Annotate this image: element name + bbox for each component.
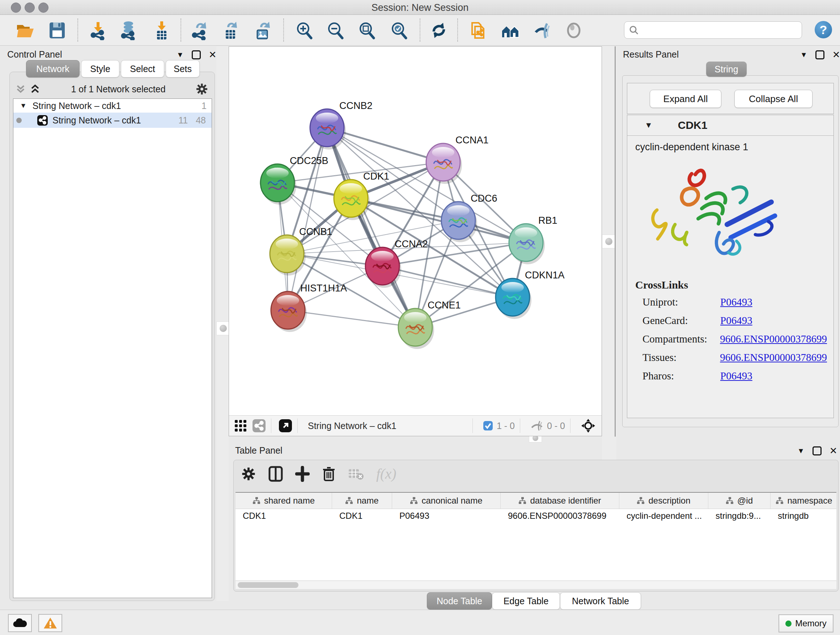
open-file-icon[interactable]: [15, 20, 36, 41]
network-options-gear-icon[interactable]: [195, 82, 208, 96]
export-table-icon[interactable]: [220, 20, 241, 41]
zoom-fit-icon[interactable]: [356, 20, 377, 41]
network-view[interactable]: CCNB2CCNA1CDC25BCDK1CDC6RB1CCNB1CCNA2CDK…: [229, 46, 602, 436]
crosslink-link[interactable]: P06493: [720, 370, 752, 382]
tab-network-table[interactable]: Network Table: [560, 592, 641, 610]
add-column-icon[interactable]: [295, 466, 309, 482]
node-table[interactable]: shared namenamecanonical namedatabase id…: [235, 492, 836, 580]
network-node-CDC6[interactable]: CDC6: [441, 193, 497, 242]
zoom-out-icon[interactable]: [325, 20, 346, 41]
network-node-CCNE1[interactable]: CCNE1: [398, 300, 461, 349]
table-cell[interactable]: CDK1: [332, 511, 392, 521]
collapse-all-button[interactable]: Collapse All: [734, 90, 813, 108]
selected-checkbox-icon[interactable]: [483, 421, 493, 431]
zoom-selected-icon[interactable]: [388, 20, 409, 41]
right-splitter-handle[interactable]: [602, 234, 616, 249]
cloud-status-button[interactable]: [8, 614, 32, 632]
column-header-namespace[interactable]: namespace: [771, 493, 836, 509]
collapse-entry-icon[interactable]: ▼: [645, 120, 653, 130]
tab-node-table[interactable]: Node Table: [427, 592, 492, 610]
table-cell[interactable]: stringdb: [771, 511, 836, 521]
export-network-icon[interactable]: [189, 20, 210, 41]
table-options-gear-icon[interactable]: [241, 466, 256, 481]
panel-close-icon[interactable]: ✕: [209, 49, 217, 60]
network-selection-status: 1 of 1 Network selected: [41, 84, 195, 95]
left-splitter[interactable]: [216, 46, 229, 601]
tree-collapse-icon[interactable]: ▼: [20, 102, 27, 110]
panel-close-icon[interactable]: ✕: [829, 445, 837, 456]
network-tree-root-row[interactable]: ▼ String Network – cdk1 1: [13, 99, 212, 112]
network-node-CCNA1[interactable]: CCNA1: [426, 135, 489, 184]
tab-network[interactable]: Network: [26, 60, 80, 78]
search-icon: [629, 25, 639, 35]
network-node-HIST1H1A[interactable]: HIST1H1A: [271, 283, 347, 332]
panel-float-icon[interactable]: ▼: [800, 51, 807, 59]
column-header-shared-name[interactable]: shared name: [235, 493, 332, 509]
network-type-icon: [37, 115, 48, 126]
table-cell[interactable]: cyclin-dependent ...: [619, 511, 708, 521]
table-horizontal-scrollbar[interactable]: [235, 581, 836, 589]
tab-select[interactable]: Select: [121, 60, 164, 78]
birdseye-view-icon[interactable]: [234, 419, 247, 432]
panel-close-icon[interactable]: ✕: [832, 49, 840, 60]
crosslink-link[interactable]: 9606.ENSP00000378699: [720, 333, 827, 345]
expand-all-button[interactable]: Expand All: [650, 90, 722, 108]
scrollbar-thumb[interactable]: [238, 582, 298, 588]
column-header-name[interactable]: name: [332, 493, 392, 509]
import-network-icon[interactable]: [88, 20, 109, 41]
refresh-icon[interactable]: [428, 20, 449, 41]
column-header--id[interactable]: @id: [708, 493, 771, 509]
show-columns-icon[interactable]: [268, 466, 283, 482]
column-header-database-identifier[interactable]: database identifier: [501, 493, 619, 509]
memory-button[interactable]: Memory: [778, 614, 834, 632]
network-node-CCNB1[interactable]: CCNB1: [270, 226, 332, 276]
tab-edge-table[interactable]: Edge Table: [492, 592, 560, 610]
network-node-CDKN1A[interactable]: CDKN1A: [496, 270, 565, 319]
network-node-CCNB2[interactable]: CCNB2: [310, 100, 373, 149]
first-neighbors-icon[interactable]: [500, 20, 521, 41]
network-tree-row-selected[interactable]: String Network – cdk1 11 48: [13, 112, 212, 128]
panel-float-icon[interactable]: ▼: [177, 51, 184, 59]
table-cell[interactable]: stringdb:9...: [708, 511, 771, 521]
show-all-icon[interactable]: [563, 20, 584, 41]
clone-network-icon[interactable]: [469, 20, 489, 41]
warning-button[interactable]: [38, 614, 62, 632]
tab-style[interactable]: Style: [81, 60, 119, 78]
network-node-CDK1[interactable]: CDK1: [334, 171, 389, 220]
network-node-RB1[interactable]: RB1: [509, 215, 557, 264]
panel-undock-icon[interactable]: [815, 50, 824, 59]
hide-selected-icon[interactable]: [532, 20, 553, 41]
panel-float-icon[interactable]: ▼: [797, 447, 805, 455]
panel-undock-icon[interactable]: [813, 447, 821, 455]
table-cell[interactable]: P06493: [392, 511, 501, 521]
network-canvas[interactable]: CCNB2CCNA1CDC25BCDK1CDC6RB1CCNB1CCNA2CDK…: [229, 47, 602, 416]
save-session-icon[interactable]: [47, 20, 68, 41]
crosslink-link[interactable]: P06493: [720, 296, 752, 308]
column-header-canonical-name[interactable]: canonical name: [392, 493, 501, 509]
import-table-icon[interactable]: [151, 20, 172, 41]
open-in-browser-icon[interactable]: [279, 419, 292, 432]
table-row[interactable]: CDK1CDK1P064939606.ENSP00000378699cyclin…: [235, 509, 836, 523]
crosslink-link[interactable]: P06493: [720, 315, 752, 326]
fit-content-crosshair-icon[interactable]: [581, 418, 596, 433]
collapse-all-icon[interactable]: [14, 84, 27, 95]
node-result-header[interactable]: ▼ CDK1: [627, 115, 834, 136]
table-cell[interactable]: CDK1: [235, 511, 332, 521]
tab-sets[interactable]: Sets: [166, 60, 200, 78]
export-image-icon[interactable]: [252, 20, 273, 41]
crosslink-link[interactable]: 9606.ENSP00000378699: [720, 352, 827, 363]
search-input[interactable]: [624, 21, 802, 39]
expand-all-icon[interactable]: [29, 84, 41, 95]
network-node-CDC25B[interactable]: CDC25B: [261, 155, 328, 204]
table-cell[interactable]: 9606.ENSP00000378699: [501, 511, 619, 521]
import-network-from-database-icon[interactable]: [118, 20, 139, 41]
help-icon[interactable]: ?: [815, 21, 832, 38]
left-splitter-handle[interactable]: [216, 321, 230, 335]
crosslink-row: Compartments:9606.ENSP00000378699: [643, 333, 827, 345]
network-overview-icon[interactable]: [252, 419, 266, 432]
zoom-in-icon[interactable]: [294, 20, 315, 41]
tab-string[interactable]: String: [706, 62, 747, 77]
column-header-description[interactable]: description: [619, 493, 708, 509]
delete-column-icon[interactable]: [322, 466, 336, 482]
panel-undock-icon[interactable]: [192, 50, 201, 59]
